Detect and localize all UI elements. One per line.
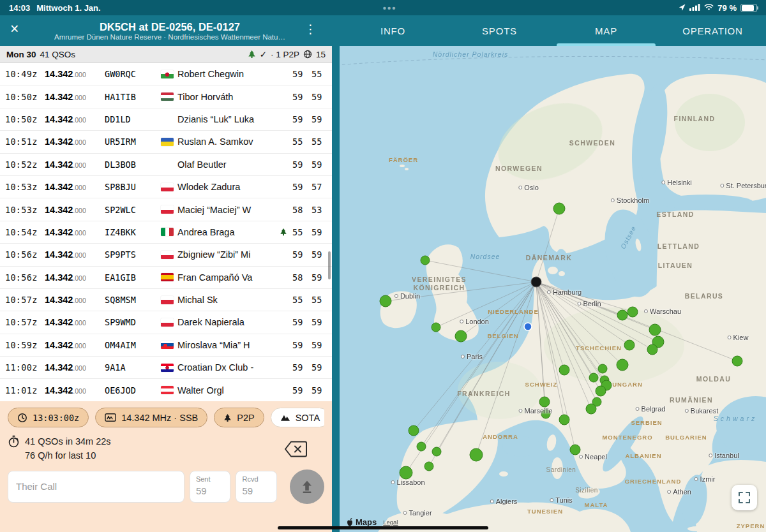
qso-time: 10:49z <box>5 69 45 79</box>
tab-operation[interactable]: OPERATION <box>659 15 766 46</box>
qso-sent: 59 <box>292 114 312 124</box>
qso-callsign: GW0RQC <box>105 69 161 79</box>
qso-marker[interactable] <box>380 295 391 307</box>
qso-name: Walter Orgl <box>177 385 280 395</box>
qso-marker[interactable] <box>421 256 430 265</box>
apple-maps-logo: Maps <box>346 517 377 527</box>
qso-marker[interactable] <box>647 344 657 355</box>
p2p-chip[interactable]: P2P <box>214 408 264 427</box>
qso-marker[interactable] <box>624 340 635 350</box>
tab-map[interactable]: MAP <box>553 15 659 46</box>
table-row[interactable]: 10:51z14.342.000UR5IRMRuslan A. Samkov55… <box>0 131 332 153</box>
close-icon[interactable]: × <box>10 22 19 36</box>
qso-name: Robert Chegwin <box>177 69 280 79</box>
qso-sent: 58 <box>292 205 312 215</box>
table-row[interactable]: 10:52z14.342.000DL3BOBOlaf Beutler5959 <box>0 154 332 176</box>
flag-icon <box>161 183 174 191</box>
stopwatch-icon <box>8 435 20 450</box>
qso-marker[interactable] <box>586 404 596 414</box>
table-row[interactable]: 10:53z14.342.000SP2WLCMaciej “Maciej” W5… <box>0 198 332 221</box>
table-row[interactable]: 10:50z14.342.000DD1LDDzianis “Luk” Luka5… <box>0 108 332 131</box>
legal-link[interactable]: Legal <box>383 519 398 526</box>
qso-marker[interactable] <box>470 448 483 461</box>
tab-spots[interactable]: SPOTS <box>446 15 553 46</box>
qso-rcvd: 59 <box>312 159 332 170</box>
tab-info[interactable]: INFO <box>340 15 446 46</box>
qso-marker[interactable] <box>598 364 607 373</box>
multitask-dots-icon: ••• <box>383 3 397 13</box>
home-indicator[interactable] <box>278 526 488 529</box>
qso-rcvd: 55 <box>312 295 332 305</box>
qso-marker[interactable] <box>553 203 565 214</box>
log-qso-button[interactable] <box>290 469 324 504</box>
table-row[interactable]: 11:01z14.342.000OE6JODWalter Orgl5959 <box>0 379 332 401</box>
qso-marker[interactable] <box>559 365 569 375</box>
qso-marker[interactable] <box>400 466 412 479</box>
table-row[interactable]: 10:57z14.342.000SQ8MSMMichal Sk5555 <box>0 289 332 311</box>
qso-marker[interactable] <box>432 323 440 332</box>
qso-marker[interactable] <box>424 462 433 471</box>
sent-field[interactable]: Sent 59 <box>190 471 231 503</box>
qso-name: Michal Sk <box>177 295 280 305</box>
qso-marker[interactable] <box>617 310 627 320</box>
battery-percent: 79 % <box>717 3 737 13</box>
fullscreen-button[interactable] <box>732 485 757 510</box>
table-row[interactable]: 10:53z14.342.000SP8BJUWlodek Zadura5957 <box>0 176 332 198</box>
flag-icon <box>161 386 174 394</box>
qso-time: 10:57z <box>5 295 45 305</box>
flag-icon <box>161 70 174 78</box>
qso-sent: 55 <box>292 137 312 147</box>
page-subtitle: Amrumer Dünen Nature Reserve · Nordfries… <box>54 33 285 41</box>
qso-rcvd: 59 <box>312 227 332 237</box>
table-row[interactable]: 11:00z14.342.0009A1ACroatian Dx Club -59… <box>0 357 332 379</box>
qso-callsign: SP9WMD <box>105 317 161 327</box>
table-row[interactable]: 10:56z14.342.000SP9PTSZbigniew “Zibi” Mi… <box>0 244 332 266</box>
time-chip-label: 13:03:00z <box>33 413 79 423</box>
qso-marker[interactable] <box>541 410 550 418</box>
their-call-input[interactable] <box>8 471 184 503</box>
qso-sent: 59 <box>292 69 312 79</box>
apple-icon <box>346 518 354 527</box>
table-row[interactable]: 10:50z14.342.000HA1TIBTibor Horváth5959 <box>0 85 332 108</box>
qso-callsign: DD1LD <box>105 114 161 124</box>
sota-chip-label: SOTA <box>296 413 320 423</box>
table-row[interactable]: 10:54z14.342.000IZ4BKKAndrea Braga5559 <box>0 221 332 244</box>
time-chip[interactable]: 13:03:00z <box>8 408 89 427</box>
map-panel[interactable]: Nördlicher PolarkreisFÄRÖERFINNLANDSCHWE… <box>340 46 766 532</box>
qso-marker[interactable] <box>596 386 606 396</box>
qso-time: 10:56z <box>5 272 45 283</box>
table-row[interactable]: 10:49z14.342.000GW0RQCRobert Chegwin5955 <box>0 63 332 85</box>
backspace-button[interactable] <box>284 440 308 461</box>
operator-marker[interactable] <box>531 277 541 287</box>
qso-frequency: 14.342.000 <box>45 91 105 103</box>
qso-marker[interactable] <box>417 442 426 451</box>
kebab-menu-icon[interactable]: ⋮ <box>304 23 317 35</box>
qso-marker[interactable] <box>617 359 628 371</box>
table-row[interactable]: 10:59z14.342.000OM4AIMMiroslava “Mia” H5… <box>0 334 332 357</box>
frequency-chip[interactable]: 14.342 MHz · SSB <box>95 408 207 427</box>
qso-marker[interactable] <box>649 324 661 336</box>
qso-marker[interactable] <box>409 425 419 436</box>
qso-marker[interactable] <box>732 356 742 366</box>
spot-marker[interactable] <box>524 323 532 330</box>
qso-marker[interactable] <box>432 447 441 456</box>
scrollbar[interactable] <box>328 251 331 279</box>
table-row[interactable]: 10:56z14.342.000EA1GIBFran Campañó Va585… <box>0 267 332 289</box>
qso-marker[interactable] <box>589 373 598 382</box>
qso-callsign: UR5IRM <box>105 137 161 147</box>
qso-rcvd: 59 <box>312 340 332 350</box>
sota-chip[interactable]: SOTA <box>271 408 324 427</box>
rcvd-field[interactable]: Rcvd 59 <box>236 471 277 503</box>
qso-marker[interactable] <box>559 415 569 425</box>
qso-time: 10:52z <box>5 159 45 170</box>
qso-marker[interactable] <box>627 307 638 317</box>
qso-marker[interactable] <box>455 330 467 342</box>
qso-marker[interactable] <box>570 445 580 455</box>
qso-marker[interactable] <box>539 397 550 407</box>
globe-icon <box>303 50 312 59</box>
location-icon <box>679 3 686 13</box>
tree-icon <box>223 413 232 422</box>
table-row[interactable]: 10:57z14.342.000SP9WMDDarek Napierala595… <box>0 311 332 334</box>
panel-divider <box>332 46 340 532</box>
qso-sent: 59 <box>292 249 312 260</box>
